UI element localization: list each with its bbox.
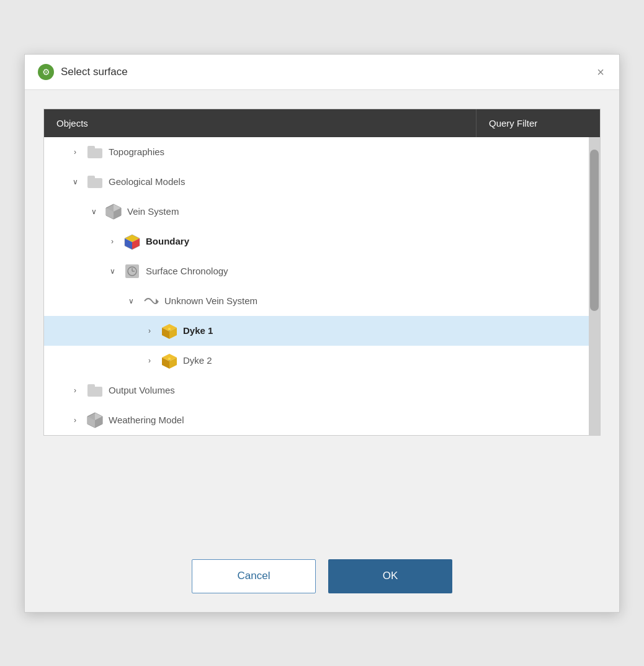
tree-scroll-wrapper: › Topographies ∨ Geological Models [44,137,600,435]
dialog-footer: Cancel OK [25,547,619,612]
tree-header: Objects Query Filter [44,109,600,137]
label-topographies: Topographies [109,146,164,157]
dyke-icon-1 [161,322,178,340]
label-dyke-2: Dyke 2 [183,355,212,366]
boundary-icon [123,233,141,250]
objects-column-header: Objects [44,109,476,137]
svg-point-19 [168,328,171,330]
geomodel-icon-vein-system [105,203,122,220]
tree-item-surface-chronology[interactable]: ∨ Surface Chronology [44,256,589,286]
label-output-volumes: Output Volumes [109,385,175,395]
dialog-body: Objects Query Filter › Topographies [25,90,619,547]
chevron-weathering-model: › [69,416,81,425]
label-surface-chronology: Surface Chronology [146,266,228,276]
chronology-icon [123,263,141,280]
title-bar: ⚙ Select surface × [25,55,619,90]
chevron-boundary: › [106,237,119,246]
label-vein-system: Vein System [127,206,179,217]
tree-item-topographies[interactable]: › Topographies [44,137,589,167]
tree-item-dyke-1[interactable]: › Dyke 1 [44,316,589,346]
chevron-output-volumes: › [69,386,81,395]
chevron-dyke-2: › [143,356,156,365]
label-weathering-model: Weathering Model [109,415,184,425]
scrollbar-track[interactable] [589,137,600,435]
close-button[interactable]: × [594,63,607,81]
geomodel-icon-weathering [86,412,104,429]
query-filter-column-header: Query Filter [476,109,600,137]
dyke-icon-2 [161,352,178,369]
tree-item-dyke-2[interactable]: › Dyke 2 [44,346,589,376]
scrollbar-thumb[interactable] [590,150,599,311]
dialog-title: Select surface [61,66,128,78]
label-dyke-1: Dyke 1 [183,325,213,336]
tree-item-unknown-vein-system[interactable]: ∨ Unknown Vein System [44,286,589,316]
app-icon: ⚙ [37,63,55,81]
chevron-topographies: › [69,148,81,156]
tree-item-boundary[interactable]: › Boundary [44,227,589,256]
tree-item-vein-system[interactable]: ∨ Vein System [44,197,589,227]
cancel-button[interactable]: Cancel [192,559,316,593]
title-bar-left: ⚙ Select surface [37,63,128,81]
tree-item-geological-models[interactable]: ∨ Geological Models [44,167,589,197]
svg-text:⚙: ⚙ [42,67,50,77]
tree-item-output-volumes[interactable]: › Output Volumes [44,376,589,405]
folder-icon-topographies [86,143,104,161]
tree-content: › Topographies ∨ Geological Models [44,137,589,435]
label-geological-models: Geological Models [109,176,185,187]
label-unknown-vein-system: Unknown Vein System [164,295,257,306]
tree-container: Objects Query Filter › Topographies [43,109,601,436]
folder-icon-geological-models [86,173,104,191]
chevron-geological-models: ∨ [69,178,81,186]
tree-item-weathering-model[interactable]: › Weathering Model [44,405,589,435]
select-surface-dialog: ⚙ Select surface × Objects Query Filter … [24,54,620,613]
label-boundary: Boundary [146,236,189,246]
vein-icon-unknown [142,292,159,310]
chevron-surface-chronology: ∨ [106,267,119,276]
ok-button[interactable]: OK [328,559,452,593]
chevron-dyke-1: › [143,326,156,335]
folder-icon-output-volumes [86,382,104,399]
chevron-vein-system: ∨ [87,207,100,216]
chevron-unknown-vein-system: ∨ [125,297,137,305]
svg-point-24 [168,358,171,360]
